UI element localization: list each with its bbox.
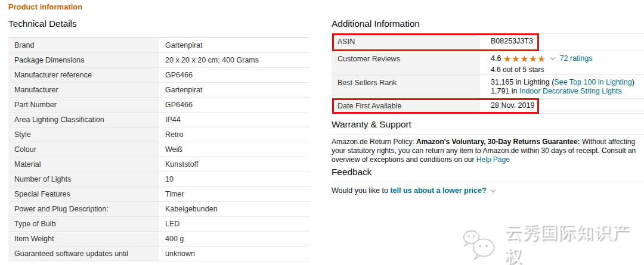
top-100-lighting-link[interactable]: See Top 100 in Lighting — [554, 78, 631, 86]
row-label: Style — [8, 127, 159, 142]
bsr-line2-prefix: 1,791 in — [491, 87, 519, 95]
customer-reviews-value: 4.6 ★★★★☆★ 72 ratings 4.6 out of 5 stars — [480, 51, 644, 74]
row-label: Guaranteed software updates until — [8, 247, 159, 261]
row-value: 20 x 20 x 20 cm; 400 Grams — [159, 53, 309, 67]
return-policy-guarantee: Amazon's Voluntary, 30-Day Returns Guara… — [416, 138, 580, 146]
rating-subtext: 4.6 out of 5 stars — [491, 66, 644, 74]
table-row: Type of Bulb LED — [8, 217, 309, 232]
row-label: Type of Bulb — [8, 217, 159, 231]
row-value: Retro — [159, 127, 309, 142]
row-value: Weiß — [159, 142, 309, 157]
table-row: Style Retro — [8, 127, 309, 142]
row-label: Special Features — [8, 187, 159, 201]
bsr-line1-prefix: 31,165 in Lighting ( — [491, 78, 554, 86]
indoor-string-lights-link[interactable]: Indoor Decorative String Lights — [519, 87, 622, 95]
row-label: Colour — [8, 142, 159, 157]
feedback-heading: Feedback — [332, 167, 371, 177]
row-value: GP6466 — [159, 98, 309, 112]
row-value: IP44 — [159, 113, 309, 127]
bsr-line-1: 31,165 in Lighting (See Top 100 in Light… — [491, 78, 644, 87]
warranty-support-heading: Warranty & Support — [332, 119, 411, 130]
star-rating-icon[interactable]: ★★★★☆★ — [503, 54, 546, 63]
feedback-prompt: Would you like to tell us about a lower … — [332, 186, 644, 195]
row-label: Item Weight — [8, 232, 159, 246]
bsr-line-2: 1,791 in Indoor Decorative String Lights — [491, 87, 644, 96]
wechat-icon — [462, 229, 500, 261]
table-row: Colour Weiß — [8, 142, 309, 157]
row-label: Customer Reviews — [332, 51, 480, 74]
additional-information-table: ASIN B08253J3T3 Customer Reviews 4.6 ★★★… — [332, 34, 644, 114]
row-value: Gartenpirat — [159, 83, 309, 97]
row-value: Timer — [159, 187, 309, 201]
table-row: Guaranteed software updates until unknow… — [8, 247, 309, 261]
divider — [332, 182, 644, 182]
lower-price-link[interactable]: tell us about a lower price? — [390, 186, 486, 195]
row-label: ASIN — [332, 34, 480, 51]
row-label: Part Number — [8, 98, 159, 112]
return-policy-prefix: Amazon.de Return Policy: — [332, 138, 416, 146]
table-row: Number of Lights 10 — [8, 172, 309, 187]
page-title: Product information — [8, 2, 82, 11]
table-row-customer-reviews: Customer Reviews 4.6 ★★★★☆★ 72 ratings 4… — [332, 51, 644, 75]
lower-price-chevron-icon[interactable] — [490, 188, 495, 192]
table-row: Item Weight 400 g — [8, 232, 309, 247]
table-row: Package Dimensions 20 x 20 x 20 cm; 400 … — [8, 53, 309, 68]
reviews-popover-chevron-icon[interactable] — [550, 55, 555, 60]
row-value: Gartenpirat — [159, 38, 309, 52]
row-label: Manufacturer reference — [8, 68, 159, 82]
asin-value: B08253J3T3 — [480, 34, 644, 51]
technical-details-table: Brand Gartenpirat Package Dimensions 20 … — [8, 38, 309, 261]
divider — [332, 134, 644, 135]
feedback-prompt-text: Would you like to — [332, 186, 390, 195]
table-row: Special Features Timer — [8, 187, 309, 202]
table-row: Area Lighting Classification IP44 — [8, 113, 309, 127]
row-value: LED — [159, 217, 309, 231]
help-page-link[interactable]: Help Page — [476, 155, 510, 164]
row-label: Number of Lights — [8, 172, 159, 186]
table-row-best-sellers-rank: Best Sellers Rank 31,165 in Lighting (Se… — [332, 75, 644, 99]
table-row: Material Kunststoff — [8, 157, 309, 172]
row-value: Kabelgebunden — [159, 202, 309, 216]
row-value: GP6466 — [159, 68, 309, 82]
table-row: Manufacturer reference GP6466 — [8, 68, 309, 83]
row-value: Kunststoff — [159, 157, 309, 172]
rating-number: 4.6 — [491, 54, 501, 63]
row-label: Brand — [8, 38, 159, 52]
technical-details-heading: Technical Details — [8, 18, 77, 29]
watermark-text: 云秀国际知识产权 — [504, 221, 644, 265]
row-value: unknown — [159, 247, 309, 261]
row-value: 10 — [159, 172, 309, 186]
date-first-available-value: 28 Nov. 2019 — [480, 99, 644, 113]
table-row-asin: ASIN B08253J3T3 — [332, 34, 644, 51]
row-label: Power and Plug Description: — [8, 202, 159, 216]
row-label: Date First Available — [332, 99, 480, 113]
row-label: Area Lighting Classification — [8, 113, 159, 127]
row-label: Material — [8, 157, 159, 172]
bsr-line1-suffix: ) — [632, 78, 634, 86]
return-policy-text: Amazon.de Return Policy: Amazon's Volunt… — [332, 138, 644, 164]
row-label: Best Sellers Rank — [332, 75, 480, 98]
best-sellers-rank-value: 31,165 in Lighting (See Top 100 in Light… — [480, 75, 644, 98]
table-row: Part Number GP6466 — [8, 98, 309, 113]
table-row: Power and Plug Description: Kabelgebunde… — [8, 202, 309, 217]
ratings-count-link[interactable]: 72 ratings — [560, 54, 593, 63]
table-row-date-first-available: Date First Available 28 Nov. 2019 — [332, 99, 644, 114]
additional-information-heading: Additional Information — [332, 18, 420, 29]
table-row: Brand Gartenpirat — [8, 38, 309, 53]
row-value: 400 g — [159, 232, 309, 246]
table-row: Manufacturer Gartenpirat — [8, 83, 309, 98]
row-label: Package Dimensions — [8, 53, 159, 67]
watermark: 云秀国际知识产权 — [462, 221, 644, 265]
row-label: Manufacturer — [8, 83, 159, 97]
